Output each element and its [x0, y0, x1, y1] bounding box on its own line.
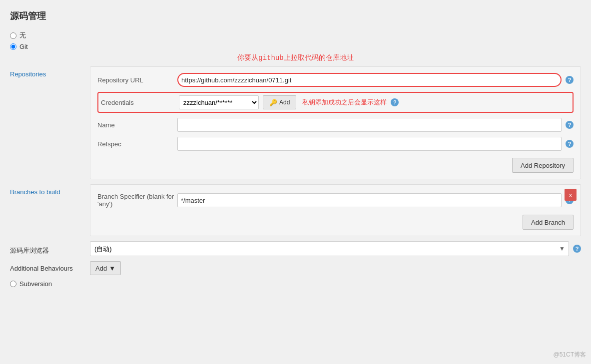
- subversion-row: Subversion: [10, 280, 581, 288]
- repo-url-help-icon[interactable]: ?: [566, 76, 574, 84]
- repo-url-label: Repository URL: [97, 76, 177, 84]
- radio-git-input[interactable]: [10, 43, 16, 50]
- radio-none-input[interactable]: [10, 32, 16, 39]
- name-label: Name: [97, 121, 177, 129]
- add-branch-button[interactable]: Add Branch: [523, 215, 574, 230]
- radio-git-label: Git: [19, 43, 28, 50]
- credentials-label: Credentials: [101, 99, 179, 106]
- add-repository-button[interactable]: Add Repository: [512, 158, 574, 173]
- watermark: @51CT博客: [553, 351, 586, 359]
- page-title: 源码管理: [10, 10, 581, 22]
- add-behaviours-button-label: Add: [95, 265, 107, 272]
- browser-row: 源码库浏览器 (自动) ▼ ?: [10, 241, 581, 256]
- refspec-input[interactable]: [177, 137, 562, 151]
- subversion-label: Subversion: [19, 280, 52, 288]
- radio-git[interactable]: Git: [10, 43, 581, 50]
- browser-select-wrapper: (自动) ▼: [90, 241, 569, 256]
- branch-specifier-input[interactable]: [177, 193, 562, 207]
- branch-specifier-row: Branch Specifier (blank for 'any') ?: [97, 193, 574, 208]
- branches-content: x Branch Specifier (blank for 'any') ? A…: [90, 184, 581, 236]
- credentials-add-label: Add: [279, 99, 290, 106]
- repo-url-row: Repository URL ?: [97, 73, 574, 87]
- annotation-github-url: 你要从github上拉取代码的仓库地址: [10, 53, 581, 62]
- remove-branch-button[interactable]: x: [565, 189, 577, 201]
- refspec-label: Refspec: [97, 140, 177, 148]
- credentials-add-button[interactable]: 🔑 Add: [263, 95, 296, 109]
- browser-help-icon[interactable]: ?: [573, 245, 581, 253]
- repositories-section: Repositories Repository URL ? Credential…: [10, 66, 581, 179]
- browser-label: 源码库浏览器: [10, 242, 90, 255]
- add-behaviours-chevron-icon: ▼: [109, 265, 115, 272]
- name-input[interactable]: [177, 118, 562, 132]
- repositories-content: Repository URL ? Credentials zzzzichuan/…: [90, 66, 581, 179]
- credentials-row: Credentials zzzzichuan/****** 🔑 Add 私钥添加…: [97, 92, 574, 113]
- key-icon: 🔑: [269, 99, 277, 106]
- repo-url-input[interactable]: [177, 73, 562, 87]
- additional-behaviours-row: Additional Behaviours Add ▼: [10, 261, 581, 275]
- branches-label: Branches to build: [10, 184, 90, 196]
- radio-none-label: 无: [19, 31, 26, 40]
- branch-specifier-label: Branch Specifier (blank for 'any'): [97, 193, 177, 208]
- additional-behaviours-label: Additional Behaviours: [10, 265, 90, 272]
- refspec-row: Refspec ?: [97, 137, 574, 151]
- refspec-help-icon[interactable]: ?: [566, 140, 574, 148]
- credentials-help-icon[interactable]: ?: [391, 98, 399, 106]
- annotation-credentials: 私钥添加成功之后会显示这样: [302, 98, 387, 107]
- browser-select[interactable]: (自动): [90, 241, 569, 256]
- repositories-label: Repositories: [10, 66, 90, 78]
- add-behaviours-button[interactable]: Add ▼: [90, 261, 121, 275]
- name-row: Name ?: [97, 118, 574, 132]
- branches-section: Branches to build x Branch Specifier (bl…: [10, 184, 581, 236]
- radio-subversion-input[interactable]: [10, 281, 16, 287]
- name-help-icon[interactable]: ?: [566, 121, 574, 129]
- radio-none[interactable]: 无: [10, 31, 581, 40]
- credentials-select[interactable]: zzzzichuan/******: [179, 95, 259, 109]
